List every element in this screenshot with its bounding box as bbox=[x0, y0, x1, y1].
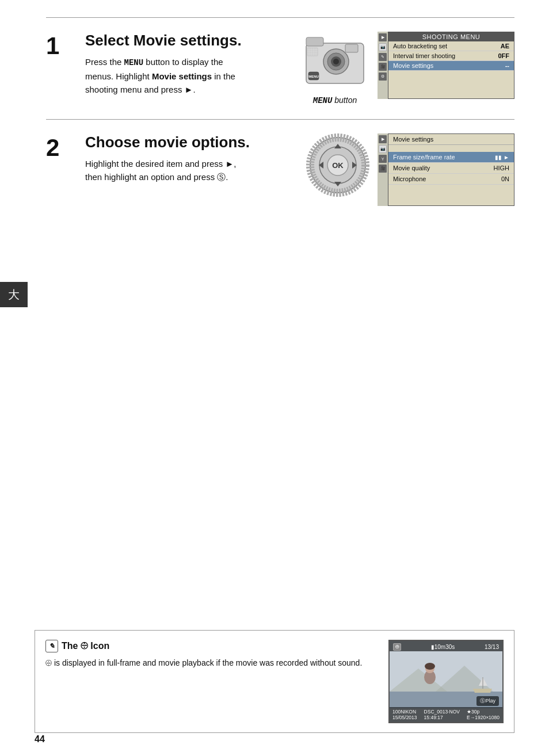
side-icon-play-2: ▶ bbox=[379, 135, 387, 143]
note-title-text: The ⨸ Icon bbox=[62, 641, 109, 651]
menu-item-2-value: -- bbox=[505, 62, 509, 69]
note-body: ⨸ is displayed in full-frame and movie p… bbox=[45, 657, 377, 669]
svg-rect-1 bbox=[306, 37, 323, 46]
page-number: 44 bbox=[35, 734, 45, 744]
note-title: ✎ The ⨸ Icon bbox=[45, 640, 377, 652]
movie-menu-item-2: Microphone 0N bbox=[388, 174, 514, 185]
shooting-menu-box: SHOOTING MENU Auto bracketing set AE Int… bbox=[388, 32, 514, 99]
menu-item-0-label: Auto bracketing set bbox=[393, 43, 447, 49]
movie-menu-item-0: Frame size/frame rate ▮▮ ► bbox=[388, 152, 514, 163]
side-icon-camera: 📷 bbox=[379, 43, 387, 51]
playback-duration: ▮10m30s bbox=[431, 644, 455, 650]
svg-point-5 bbox=[333, 59, 339, 64]
camera-svg-step1: MENU bbox=[300, 32, 369, 92]
side-icon-play: ▶ bbox=[379, 33, 387, 41]
movie-menu-spacer-3 bbox=[388, 192, 514, 198]
muted-badge: ⨸ bbox=[393, 643, 401, 651]
menu-item-2-label: Movie settings bbox=[393, 62, 433, 69]
step1-images: MENU MENU button bbox=[300, 32, 514, 105]
note-pencil-icon: ✎ bbox=[45, 640, 58, 652]
step2-images: OK ▶ 📷 Y 🎥 Movie settings bbox=[306, 133, 514, 206]
playback-top-bar: ⨸ ▮10m30s 13/13 bbox=[390, 641, 502, 652]
step2-section: 2 Choose movie options. Highlight the de… bbox=[46, 119, 514, 220]
page-container: 1 Select Movie settings. Press the MENU … bbox=[0, 0, 549, 756]
side-icon-camera-2: 📷 bbox=[379, 145, 387, 153]
svg-text:OK: OK bbox=[332, 161, 344, 170]
menu-side-icons-2: ▶ 📷 Y 🎥 bbox=[378, 133, 388, 206]
svg-point-34 bbox=[425, 663, 435, 670]
menu-item-0-value: AE bbox=[501, 43, 509, 49]
step2-body: Highlight the desired item and press ►, … bbox=[85, 157, 246, 184]
step1-title: Select Movie settings. bbox=[85, 32, 289, 49]
step2-number: 2 bbox=[46, 136, 74, 206]
movie-menu-box: Movie settings Frame size/frame rate ▮▮ … bbox=[388, 133, 514, 206]
menu-side-icons-1: ▶ 📷 ✎ 🎥 ⚙ bbox=[378, 32, 388, 99]
movie-menu-item-1: Movie quality HIGH bbox=[388, 163, 514, 174]
caption-button-text: button bbox=[334, 96, 357, 105]
shooting-menu-title: SHOOTING MENU bbox=[388, 32, 514, 41]
note-box: ✎ The ⨸ Icon ⨸ is displayed in full-fram… bbox=[35, 630, 514, 733]
playback-filename: DSC_0013·NOV 15:49:17 bbox=[424, 709, 460, 720]
movie-item-1-value: HIGH bbox=[494, 165, 510, 171]
movie-item-0-label: Frame size/frame rate bbox=[393, 154, 455, 161]
svg-text:MENU: MENU bbox=[308, 75, 319, 78]
movie-item-0-value: ▮▮ ► bbox=[495, 154, 509, 161]
side-icon-gear: ⚙ bbox=[379, 72, 387, 81]
playback-folder: 100NIKON 15/05/2013 bbox=[392, 709, 417, 720]
menu-item-1: Interval timer shooting 0FF bbox=[388, 51, 514, 61]
menu-spacer-3 bbox=[388, 89, 514, 98]
shooting-menu-items: Auto bracketing set AE Interval timer sh… bbox=[388, 41, 514, 98]
step1-body: Press the MENU button to display the men… bbox=[85, 55, 246, 96]
menu-item-1-value: 0FF bbox=[498, 52, 509, 59]
side-icon-film: 🎥 bbox=[379, 63, 387, 71]
ok-play-badge: ⓈPlay bbox=[476, 696, 499, 706]
menu-spacer-2 bbox=[388, 80, 514, 89]
svg-rect-6 bbox=[345, 44, 358, 52]
movie-item-2-value: 0N bbox=[501, 175, 509, 182]
ok-button-svg: OK bbox=[306, 133, 369, 197]
step1-camera-wrapper: MENU MENU button bbox=[300, 32, 369, 105]
step1-content: Select Movie settings. Press the MENU bu… bbox=[85, 32, 289, 105]
side-tab: 大 bbox=[0, 282, 28, 307]
side-icon-y: Y bbox=[379, 155, 387, 163]
playback-quality: ★30p E→1920×1080 bbox=[467, 709, 500, 720]
side-icon-pencil: ✎ bbox=[379, 53, 387, 61]
menu-item-2: Movie settings -- bbox=[388, 61, 514, 71]
playback-count: 13/13 bbox=[485, 644, 499, 650]
playback-screen: ⨸ ▮10m30s 13/13 bbox=[388, 640, 504, 723]
playback-bottom-bar: 100NIKON 15/05/2013 DSC_0013·NOV 15:49:1… bbox=[390, 707, 502, 722]
movie-menu-spacer-2 bbox=[388, 185, 514, 192]
step1-menu-keyword: MENU bbox=[124, 58, 144, 67]
movie-menu-spacer bbox=[388, 145, 514, 152]
menu-spacer-1 bbox=[388, 71, 514, 80]
movie-menu-title: Movie settings bbox=[388, 134, 514, 145]
side-tab-icon: 大 bbox=[8, 287, 20, 303]
caption-menu-text: MENU bbox=[313, 96, 333, 105]
step2-content: Choose movie options. Highlight the desi… bbox=[85, 133, 295, 206]
movie-item-2-label: Microphone bbox=[393, 175, 426, 182]
playback-muted-icon: ⨸ bbox=[393, 643, 401, 650]
movie-menu-screen: ▶ 📷 Y 🎥 Movie settings Frame size/frame … bbox=[378, 133, 514, 206]
step1-menu-caption: MENU button bbox=[313, 96, 357, 105]
movie-item-1-label: Movie quality bbox=[393, 165, 430, 171]
menu-item-1-label: Interval timer shooting bbox=[393, 52, 455, 59]
step2-title: Choose movie options. bbox=[85, 133, 295, 151]
menu-item-0: Auto bracketing set AE bbox=[388, 41, 514, 51]
svg-marker-37 bbox=[473, 689, 492, 693]
note-content: ✎ The ⨸ Icon ⨸ is displayed in full-fram… bbox=[45, 640, 377, 723]
step1-number: 1 bbox=[46, 34, 74, 105]
movie-menu-spacer-4 bbox=[388, 198, 514, 205]
side-icon-film-2: 🎥 bbox=[379, 165, 387, 173]
shooting-menu-screen: ▶ 📷 ✎ 🎥 ⚙ SHOOTING MENU Auto bracketing … bbox=[378, 32, 514, 99]
step1-section: 1 Select Movie settings. Press the MENU … bbox=[46, 17, 514, 119]
